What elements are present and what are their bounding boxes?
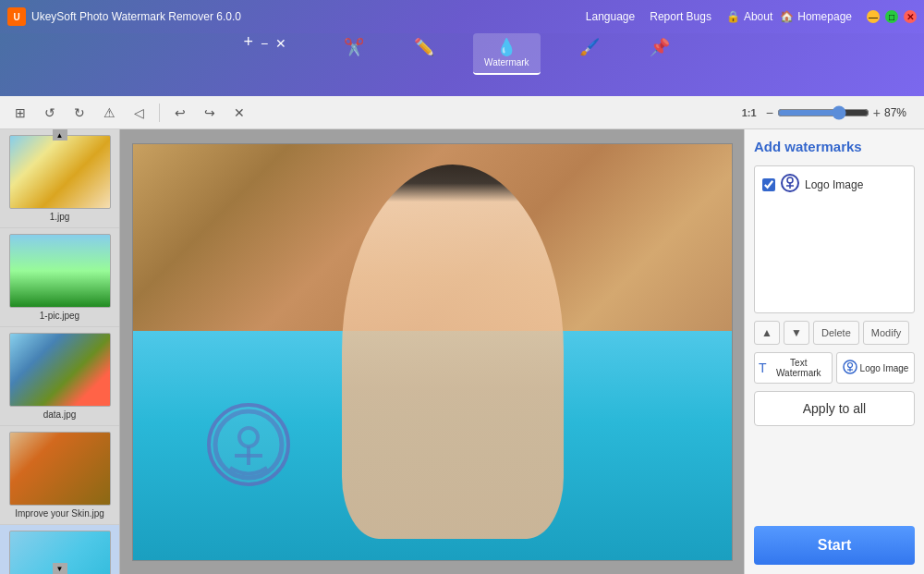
thumbnail-label-3: data.jpg xyxy=(43,409,77,420)
close-image-button[interactable]: ✕ xyxy=(226,100,252,126)
undo-icon: ↩ xyxy=(175,105,186,120)
panel-title: Add watermarks xyxy=(754,139,915,154)
flip-h-icon: ◁ xyxy=(134,105,144,120)
tool-brush[interactable]: 🖌️ xyxy=(568,33,611,61)
main-image-container xyxy=(132,143,733,561)
secondary-toolbar: ⊞ ↺ ↻ ⚠ ◁ ↩ ↪ ✕ 1:1 − + 87% xyxy=(0,96,924,129)
flip-v-button[interactable]: ⚠ xyxy=(96,100,122,126)
add-watermark-buttons: T Text Watermark Logo Image xyxy=(754,352,915,384)
thumbnail-image-3 xyxy=(9,333,111,407)
minimize-button[interactable]: — xyxy=(867,10,880,23)
svg-point-1 xyxy=(239,428,258,446)
svg-point-5 xyxy=(787,177,793,183)
thumbnail-label-4: Improve your Skin.jpg xyxy=(15,508,104,519)
main-image-bg xyxy=(133,144,732,560)
flip-h-button[interactable]: ◁ xyxy=(126,100,152,126)
window-controls: — □ ✕ xyxy=(867,10,917,23)
app-title: UkeySoft Photo Watermark Remover 6.0.0 xyxy=(31,10,586,23)
watermark-list: Logo Image xyxy=(754,165,915,313)
thumbnail-image-2 xyxy=(9,234,111,308)
rotate-cw-icon: ↻ xyxy=(74,105,85,120)
rotate-cw-button[interactable]: ↻ xyxy=(67,100,92,126)
list-controls: ▲ ▼ Delete Modify xyxy=(754,321,915,345)
modify-watermark-button[interactable]: Modify xyxy=(863,321,909,345)
delete-watermark-button[interactable]: Delete xyxy=(813,321,859,345)
watermark-list-item-1[interactable]: Logo Image xyxy=(759,170,910,200)
watermark-circle-icon xyxy=(207,403,290,486)
rotate-ccw-icon: ↺ xyxy=(44,105,55,120)
move-up-button[interactable]: ▲ xyxy=(754,321,780,345)
watermark-logo-overlay[interactable] xyxy=(207,403,290,486)
watermark-checkbox-1[interactable] xyxy=(762,178,775,191)
sidebar-scroll-down[interactable]: ▼ xyxy=(53,563,67,574)
add-text-watermark-button[interactable]: T Text Watermark xyxy=(754,352,833,384)
tool-shape[interactable]: 📌 xyxy=(638,33,681,61)
logo-image-icon xyxy=(843,360,857,377)
logo-icon xyxy=(781,174,799,196)
homepage-button[interactable]: 🏠 Homepage xyxy=(780,10,852,23)
right-panel: Add watermarks Logo Image ▲ ▼ De xyxy=(744,129,924,574)
menu-report-bugs[interactable]: Report Bugs xyxy=(650,10,711,23)
image-sidebar: ▲ 1.jpg 1-pic.jpeg data.jpg Improve your… xyxy=(0,129,120,574)
zoom-plus-icon: + xyxy=(873,105,881,120)
menu-language[interactable]: Language xyxy=(586,10,635,23)
zoom-1to1-button[interactable]: 1:1 xyxy=(736,100,762,126)
clear-files-button[interactable]: ✕ xyxy=(275,37,286,50)
text-watermark-icon: T xyxy=(759,360,767,375)
flip-v-icon: ⚠ xyxy=(103,105,116,120)
thumbnail-item-3[interactable]: data.jpg xyxy=(0,327,119,426)
person-in-pool xyxy=(342,165,564,539)
home-icon: 🏠 xyxy=(780,10,794,23)
add-file-button[interactable]: + xyxy=(243,33,253,50)
zoom-controls: 1:1 − + 87% xyxy=(736,100,917,126)
apply-to-all-button[interactable]: Apply to all xyxy=(754,391,915,426)
main-content: ▲ 1.jpg 1-pic.jpeg data.jpg Improve your… xyxy=(0,129,924,574)
about-button[interactable]: 🔒 About xyxy=(726,10,772,23)
rotate-ccw-button[interactable]: ↺ xyxy=(37,100,63,126)
zoom-percentage: 87% xyxy=(884,106,917,119)
redo-icon: ↪ xyxy=(204,105,215,120)
thumbnail-item-1[interactable]: 1.jpg xyxy=(0,129,119,228)
tool-pen[interactable]: ✏️ xyxy=(403,33,445,61)
titlebar: U UkeySoft Photo Watermark Remover 6.0.0… xyxy=(0,0,924,33)
maximize-button[interactable]: □ xyxy=(885,10,898,23)
main-toolbar: + − ✕ ✂️ ✏️ 💧 Watermark 🖌️ 📌 xyxy=(0,33,924,96)
sidebar-scroll-up[interactable]: ▲ xyxy=(53,129,67,140)
canvas-area xyxy=(120,129,744,574)
thumbnail-item-2[interactable]: 1-pic.jpeg xyxy=(0,228,119,327)
thumbnail-label-2: 1-pic.jpeg xyxy=(40,311,79,321)
watermark-icon: 💧 xyxy=(496,39,517,55)
thumbnail-label-1: 1.jpg xyxy=(50,212,70,222)
grid-button[interactable]: ⊞ xyxy=(7,100,33,126)
tool-watermark[interactable]: 💧 Watermark xyxy=(473,33,541,75)
zoom-slider[interactable] xyxy=(777,105,869,120)
start-button[interactable]: Start xyxy=(754,526,915,565)
shield-icon: 🔒 xyxy=(726,10,740,23)
brush-icon: 🖌️ xyxy=(579,39,600,55)
close-icon: ✕ xyxy=(234,105,245,120)
thumbnail-image-4 xyxy=(9,432,111,506)
crop-icon: ✂️ xyxy=(344,39,364,55)
close-button[interactable]: ✕ xyxy=(904,10,917,23)
tool-watermark-label: Watermark xyxy=(484,57,529,67)
add-logo-image-button[interactable]: Logo Image xyxy=(836,352,915,384)
thumbnail-item-4[interactable]: Improve your Skin.jpg xyxy=(0,426,119,525)
undo-button[interactable]: ↩ xyxy=(167,100,193,126)
tool-crop[interactable]: ✂️ xyxy=(333,33,375,63)
remove-file-button[interactable]: − xyxy=(261,37,268,50)
move-down-button[interactable]: ▼ xyxy=(784,321,809,345)
app-icon: U xyxy=(7,7,26,26)
separator-1 xyxy=(159,104,160,122)
menu-bar: Language Report Bugs xyxy=(586,10,711,23)
svg-point-9 xyxy=(847,362,852,367)
thumbnail-image-1 xyxy=(9,135,111,209)
zoom-minus-icon: − xyxy=(766,105,773,120)
redo-button[interactable]: ↪ xyxy=(197,100,223,126)
shape-icon: 📌 xyxy=(650,39,670,55)
pen-icon: ✏️ xyxy=(414,39,434,55)
watermark-item-label-1: Logo Image xyxy=(805,178,863,191)
spacer xyxy=(754,434,915,519)
grid-icon: ⊞ xyxy=(15,105,26,120)
